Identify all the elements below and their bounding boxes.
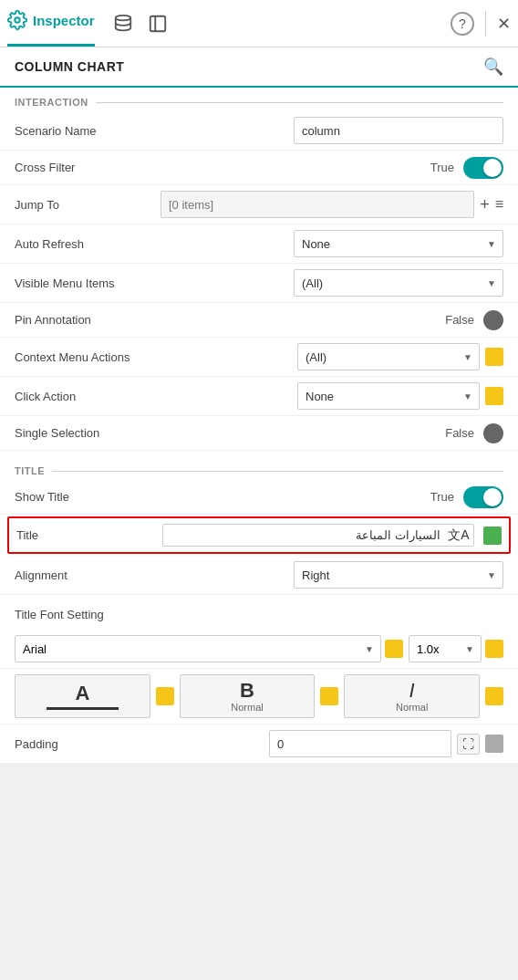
visible-menu-select[interactable]: (All) None Custom — [294, 269, 503, 297]
context-menu-row: Context Menu Actions (All) None ▼ — [0, 338, 518, 377]
title-section-label: TITLE — [15, 465, 45, 476]
bold-b-letter: B — [240, 680, 254, 702]
font-setting-label-row: Title Font Setting — [0, 595, 518, 630]
scenario-name-input[interactable] — [294, 117, 503, 144]
single-selection-control: False — [161, 423, 503, 443]
alignment-control: Left Center Right ▼ — [161, 561, 503, 589]
cross-filter-label: Cross Filter — [15, 161, 161, 174]
click-action-label: Click Action — [15, 390, 161, 403]
padding-control: ⛶ — [161, 730, 503, 757]
size-select[interactable]: 1.0x 1.5x 2.0x — [409, 635, 482, 662]
pin-annotation-toggle[interactable] — [483, 310, 503, 330]
jump-to-menu-icon[interactable]: ≡ — [495, 196, 503, 213]
pin-annotation-row: Pin Annotation False — [0, 303, 518, 338]
alignment-row: Alignment Left Center Right ▼ — [0, 556, 518, 595]
header: Inspector ? ✕ — [0, 0, 518, 47]
jump-to-input[interactable] — [161, 191, 474, 218]
font-select-wrap: Arial Times New Roman Verdana ▼ — [15, 635, 403, 662]
translate-icon[interactable]: 文A — [448, 527, 470, 544]
scenario-name-label: Scenario Name — [15, 124, 161, 138]
header-icons — [113, 14, 168, 34]
context-menu-select-wrap: (All) None ▼ — [297, 343, 480, 370]
title-section-header: TITLE — [0, 456, 518, 480]
show-title-control: True — [161, 486, 503, 508]
scenario-name-control — [161, 117, 503, 144]
auto-refresh-row: Auto Refresh None 5 seconds 10 seconds 3… — [0, 224, 518, 264]
title-section-divider — [52, 471, 503, 472]
svg-point-0 — [15, 17, 20, 23]
bold-normal-label: Normal — [231, 702, 263, 713]
auto-refresh-control: None 5 seconds 10 seconds 30 seconds ▼ — [161, 230, 503, 257]
jump-to-control: + ≡ — [161, 191, 503, 218]
padding-indicator — [485, 735, 503, 753]
alignment-select[interactable]: Left Center Right — [294, 561, 503, 589]
gear-icon — [7, 10, 27, 30]
auto-refresh-select[interactable]: None 5 seconds 10 seconds 30 seconds — [294, 230, 503, 257]
click-action-select[interactable]: None Navigate Custom — [297, 382, 480, 410]
style-a-indicator — [156, 687, 174, 705]
pin-annotation-value: False — [445, 313, 474, 327]
scenario-name-row: Scenario Name — [0, 111, 518, 151]
database-icon[interactable] — [113, 14, 133, 34]
underline-bar — [47, 707, 118, 710]
svg-rect-2 — [150, 16, 165, 31]
size-select-wrap: 1.0x 1.5x 2.0x ▼ — [409, 635, 503, 662]
jump-to-label: Jump To — [15, 198, 161, 212]
help-icon[interactable]: ? — [451, 12, 474, 36]
visible-menu-label: Visible Menu Items — [15, 276, 161, 290]
padding-row: Padding ⛶ — [0, 725, 518, 764]
expand-icon[interactable]: ⛶ — [457, 734, 480, 755]
title-text-input[interactable] — [167, 526, 444, 544]
show-title-label: Show Title — [15, 490, 161, 504]
content-area: INTERACTION Scenario Name Cross Filter T… — [0, 88, 518, 764]
context-menu-control: (All) None ▼ — [161, 343, 503, 370]
bold-style-button[interactable]: B Normal — [180, 674, 316, 718]
alignment-label: Alignment — [15, 568, 161, 582]
italic-normal-label: Normal — [396, 702, 428, 713]
click-action-control: None Navigate Custom ▼ — [161, 382, 503, 410]
font-dropdown-wrap: Arial Times New Roman Verdana ▼ — [15, 635, 381, 662]
size-dropdown-wrap: 1.0x 1.5x 2.0x ▼ — [409, 635, 482, 662]
italic-style-button[interactable]: I Normal — [344, 674, 480, 718]
alignment-select-wrap: Left Center Right ▼ — [294, 561, 503, 589]
header-right: ? ✕ — [451, 11, 511, 36]
padding-input[interactable] — [269, 730, 451, 757]
pin-annotation-control: False — [161, 310, 503, 330]
style-i-indicator — [485, 687, 503, 705]
inspector-label: Inspector — [33, 13, 95, 28]
auto-refresh-select-wrap: None 5 seconds 10 seconds 30 seconds ▼ — [294, 230, 503, 257]
jump-to-row: Jump To + ≡ — [0, 185, 518, 224]
search-icon[interactable]: 🔍 — [483, 57, 503, 77]
single-selection-label: Single Selection — [15, 426, 161, 440]
single-selection-row: Single Selection False — [0, 416, 518, 451]
panel-title: COLUMN CHART — [15, 59, 124, 74]
cross-filter-toggle[interactable] — [463, 157, 503, 179]
style-b-indicator — [320, 687, 338, 705]
jump-to-add-icon[interactable]: + — [480, 195, 490, 214]
style-row: A B Normal I Normal — [0, 669, 518, 725]
close-icon[interactable]: ✕ — [497, 14, 511, 34]
single-selection-value: False — [445, 426, 474, 440]
header-divider — [485, 11, 486, 36]
font-row: Arial Times New Roman Verdana ▼ 1.0x 1.5… — [0, 630, 518, 669]
underline-a-letter: A — [75, 683, 89, 704]
interaction-label: INTERACTION — [15, 97, 88, 108]
visible-menu-row: Visible Menu Items (All) None Custom ▼ — [0, 264, 518, 303]
font-select[interactable]: Arial Times New Roman Verdana — [15, 635, 381, 662]
cross-filter-value: True — [430, 161, 454, 174]
cross-filter-control: True — [161, 157, 503, 179]
title-field-control: 文A — [162, 524, 502, 547]
title-row: Title 文A — [7, 516, 511, 554]
svg-point-1 — [115, 15, 130, 20]
title-field-label: Title — [16, 528, 162, 542]
size-indicator — [485, 640, 503, 658]
show-title-toggle[interactable] — [463, 486, 503, 508]
panel-icon[interactable] — [148, 14, 168, 34]
inspector-tab[interactable]: Inspector — [7, 0, 95, 47]
underline-style-button[interactable]: A — [15, 674, 150, 718]
click-action-select-wrap: None Navigate Custom ▼ — [297, 382, 480, 410]
context-menu-select[interactable]: (All) None — [297, 343, 480, 370]
title-indicator — [483, 526, 502, 545]
visible-menu-select-wrap: (All) None Custom ▼ — [294, 269, 503, 297]
single-selection-toggle[interactable] — [483, 423, 503, 443]
